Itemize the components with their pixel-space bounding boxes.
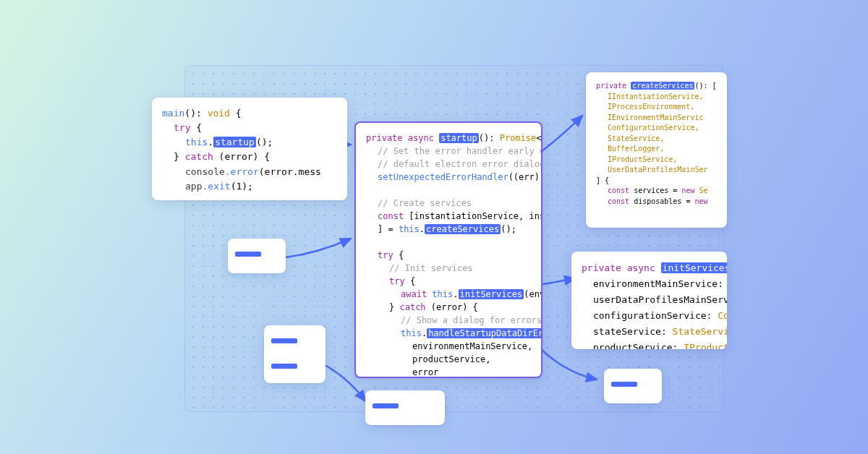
code-card-createservices[interactable]: private createServices(): [ IInstantiati… [586, 72, 727, 228]
mini-bar-icon [235, 252, 261, 257]
highlight-createservices: createServices [425, 224, 501, 234]
code-card-initservices[interactable]: private async initServices( environmentM… [571, 252, 727, 349]
mini-card-2[interactable] [264, 325, 326, 383]
highlight-createservices-def: createServices [631, 82, 694, 90]
fn-main: main [162, 108, 184, 119]
highlight-startup: startup [213, 137, 256, 147]
highlight-initservices-def: initServices [661, 262, 727, 273]
mini-card-1[interactable] [228, 239, 286, 273]
highlight-startup-def: startup [439, 133, 479, 143]
mini-card-3[interactable] [365, 390, 445, 425]
mini-bar-icon [271, 338, 297, 343]
highlight-initservices: initServices [459, 289, 524, 299]
mini-bar-icon [271, 364, 297, 369]
mini-bar-icon [611, 382, 637, 387]
highlight-handleerror: handleStartupDataDirError [427, 328, 542, 338]
code-card-startup[interactable]: private async startup(): Promise<void //… [354, 121, 542, 378]
code-card-main[interactable]: main(): void { try { this.startup(); } c… [152, 98, 347, 200]
mini-card-4[interactable] [604, 369, 662, 403]
mini-bar-icon [373, 403, 399, 408]
